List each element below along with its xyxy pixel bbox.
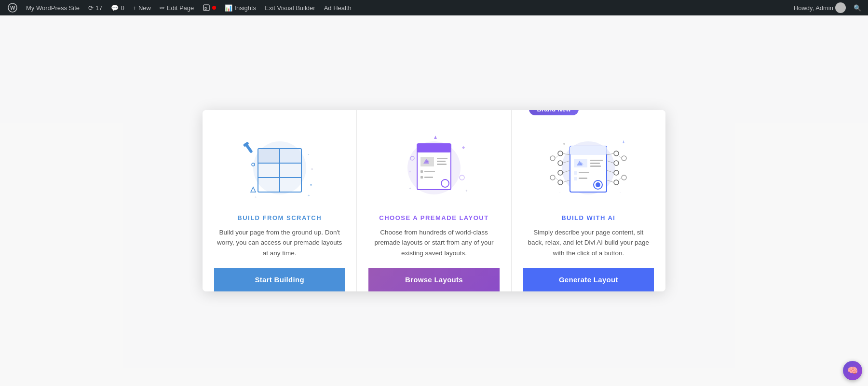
new-label: + New (133, 4, 151, 12)
updates-item[interactable]: ⟳ 17 (84, 0, 106, 15)
svg-point-66 (614, 170, 619, 175)
pencil-icon: ✏ (160, 4, 165, 12)
svg-rect-47 (590, 160, 603, 161)
premade-title: CHOOSE A PREMADE LAYOUT (379, 214, 488, 221)
ai-title: BUILD WITH AI (561, 214, 615, 221)
divi-item[interactable]: D (199, 0, 220, 15)
insights-item[interactable]: 📊 Insights (221, 0, 260, 15)
ad-health-label: Ad Health (324, 4, 352, 12)
svg-rect-22 (417, 144, 451, 152)
insights-label: Insights (234, 4, 256, 12)
svg-rect-27 (437, 161, 446, 162)
svg-text:◆: ◆ (462, 145, 465, 150)
svg-point-56 (558, 151, 563, 156)
site-name: My WordPress Site (26, 4, 80, 12)
svg-point-73 (550, 175, 555, 180)
chart-icon: 📊 (225, 4, 232, 12)
svg-rect-26 (437, 158, 448, 159)
exit-builder-label: Exit Visual Builder (265, 4, 315, 12)
comments-count: 0 (121, 4, 124, 12)
start-building-button[interactable]: Start Building (214, 268, 345, 291)
svg-rect-10 (280, 149, 301, 163)
site-name-item[interactable]: My WordPress Site (22, 0, 83, 15)
svg-point-77 (622, 175, 626, 180)
svg-point-81 (563, 143, 565, 145)
howdy-item[interactable]: Howdy, Admin (791, 0, 849, 15)
svg-text:+: + (409, 186, 411, 191)
svg-text:+: + (255, 195, 257, 199)
build-with-ai-card: + · · BUILD WITH AI Simply describe your… (512, 110, 665, 292)
svg-marker-36 (434, 136, 437, 139)
svg-line-74 (555, 156, 558, 158)
svg-point-57 (558, 161, 563, 165)
howdy-label: Howdy, Admin (794, 4, 833, 12)
premade-description: Choose from hundreds of world-class prem… (368, 227, 499, 259)
cards-container: Brand New (203, 110, 665, 292)
ai-illustration: + · · (540, 120, 637, 207)
search-icon: 🔍 (854, 4, 861, 12)
svg-rect-9 (258, 149, 279, 163)
svg-text:D: D (204, 6, 207, 11)
updates-icon: ⟳ (88, 4, 94, 12)
premade-illustration: × ◆ + + (386, 120, 482, 207)
edit-page-label: Edit Page (167, 4, 194, 12)
new-item[interactable]: + New (129, 0, 155, 15)
brain-icon: 🧠 (847, 365, 858, 376)
svg-point-76 (622, 156, 626, 161)
red-dot-icon (212, 6, 216, 10)
scratch-description: Build your page from the ground up. Don'… (214, 227, 345, 259)
wp-logo-item[interactable]: W (4, 0, 21, 15)
ai-brain-button[interactable]: 🧠 (843, 361, 862, 380)
svg-text:W: W (10, 5, 15, 11)
svg-point-65 (614, 161, 619, 165)
svg-point-72 (550, 156, 555, 161)
svg-line-79 (619, 178, 622, 180)
svg-point-55 (596, 182, 600, 187)
svg-rect-48 (590, 163, 600, 164)
svg-text:×: × (409, 169, 411, 174)
scratch-title: BUILD FROM SCRATCH (237, 214, 322, 221)
svg-rect-53 (579, 178, 587, 179)
ad-health-item[interactable]: Ad Health (320, 0, 355, 15)
edit-page-item[interactable]: ✏ Edit Page (156, 0, 198, 15)
svg-rect-29 (420, 170, 423, 173)
svg-text:+: + (465, 189, 468, 193)
svg-point-59 (558, 180, 563, 185)
svg-marker-15 (251, 187, 256, 192)
svg-point-58 (558, 170, 563, 175)
svg-line-75 (555, 178, 558, 180)
brand-new-badge: Brand New (529, 110, 579, 115)
svg-rect-30 (424, 171, 435, 172)
svg-text:·: · (559, 190, 560, 194)
svg-rect-43 (570, 146, 607, 155)
comments-item[interactable]: 💬 0 (107, 0, 128, 15)
svg-rect-31 (420, 176, 423, 179)
page-content: Brand New (0, 15, 868, 386)
svg-rect-50 (574, 171, 577, 175)
browse-layouts-button[interactable]: Browse Layouts (368, 268, 499, 291)
premade-layout-card: × ◆ + + CHOOSE A PREMADE LAYOUT Choose f… (357, 110, 511, 292)
svg-rect-49 (590, 165, 601, 167)
svg-point-35 (460, 175, 464, 180)
svg-point-17 (310, 184, 312, 186)
admin-bar: W My WordPress Site ⟳ 17 💬 0 + New ✏ Edi… (0, 0, 868, 15)
modal-overlay: Brand New (0, 15, 868, 386)
svg-rect-32 (424, 177, 433, 178)
svg-text:·: · (620, 190, 621, 194)
svg-point-64 (614, 151, 619, 156)
exit-builder-item[interactable]: Exit Visual Builder (261, 0, 319, 15)
svg-line-78 (619, 156, 622, 158)
updates-count: 17 (95, 4, 102, 12)
generate-layout-button[interactable]: Generate Layout (523, 268, 654, 291)
scratch-illustration: · × + + (231, 120, 328, 207)
adminbar-right: Howdy, Admin 🔍 (791, 0, 864, 15)
svg-text:+: + (622, 139, 625, 145)
avatar (835, 2, 846, 13)
search-item[interactable]: 🔍 (851, 0, 864, 15)
svg-text:×: × (311, 167, 313, 171)
comments-icon: 💬 (111, 4, 119, 12)
svg-rect-52 (574, 177, 577, 180)
ai-description: Simply describe your page content, sit b… (523, 227, 654, 259)
svg-text:+: + (308, 193, 310, 198)
svg-rect-28 (437, 164, 447, 165)
